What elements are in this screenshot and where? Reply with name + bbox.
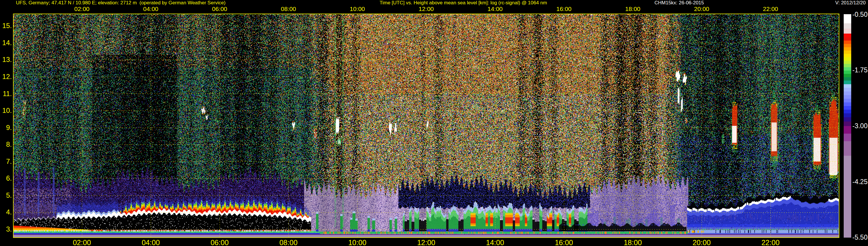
x-tick-top-1600: 16:00 [556, 5, 572, 12]
y-tick-13: 13. [0, 56, 12, 64]
y-tick-10: 10. [0, 106, 12, 115]
y-tick-3: 3. [0, 225, 12, 233]
plot-title: Time [UTC] vs. Height above mean sea lev… [380, 0, 547, 5]
y-tick-11: 11. [0, 90, 12, 98]
y-tick-12: 12. [0, 73, 12, 81]
station-info: UFS, Germany; 47.417 N / 10.980 E; eleva… [16, 0, 225, 5]
instrument-date: CHM15kx: 26-06-2015 [654, 0, 704, 5]
x-tick-top-1000: 10:00 [350, 5, 365, 12]
x-tick-bot-1000: 10:00 [348, 239, 367, 246]
x-tick-top-0600: 06:00 [212, 5, 227, 12]
x-tick-bot-0800: 08:00 [279, 239, 298, 246]
x-tick-top-2200: 22:00 [763, 5, 778, 12]
cbar-tick-0: -0.50 [852, 11, 867, 19]
x-tick-bot-1200: 12:00 [417, 239, 435, 246]
heatmap-canvas [13, 13, 839, 238]
x-tick-top-1200: 12:00 [418, 5, 434, 12]
x-tick-bot-1600: 16:00 [555, 239, 573, 246]
x-tick-bot-0600: 06:00 [211, 239, 229, 246]
x-tick-top-0400: 04:00 [143, 5, 159, 12]
cbar-tick-2: -3.00 [852, 122, 867, 130]
x-tick-bot-0400: 04:00 [142, 239, 160, 246]
x-tick-bot-2000: 20:00 [693, 239, 711, 246]
y-tick-7: 7. [0, 157, 12, 165]
x-tick-bot-0200: 02:00 [73, 239, 91, 246]
y-tick-6: 6. [0, 174, 12, 182]
y-tick-8: 8. [0, 141, 12, 149]
cbar-tick-1: -1.75 [852, 66, 867, 74]
ceilometer-quicklook: UFS, Germany; 47.417 N / 10.980 E; eleva… [0, 0, 868, 246]
colorbar [844, 14, 851, 238]
y-tick-5: 5. [0, 191, 12, 199]
cbar-tick-3: -4.25 [852, 178, 867, 186]
x-tick-bot-2200: 22:00 [762, 239, 780, 246]
y-tick-4: 4. [0, 208, 12, 216]
x-tick-top-0800: 08:00 [281, 5, 296, 12]
x-tick-top-1400: 14:00 [488, 5, 503, 12]
y-tick-9: 9. [0, 124, 12, 132]
version-label: V: 2012/12/20 [835, 0, 866, 5]
y-tick-15: 15. [0, 22, 12, 30]
x-tick-top-2000: 20:00 [694, 5, 709, 12]
x-tick-top-0200: 02:00 [74, 5, 90, 12]
x-tick-top-1800: 18:00 [625, 5, 641, 12]
x-tick-bot-1800: 18:00 [624, 239, 642, 246]
x-tick-bot-1400: 14:00 [486, 239, 504, 246]
cbar-tick-4: -5.50 [852, 234, 867, 241]
y-tick-14: 14. [0, 39, 12, 47]
